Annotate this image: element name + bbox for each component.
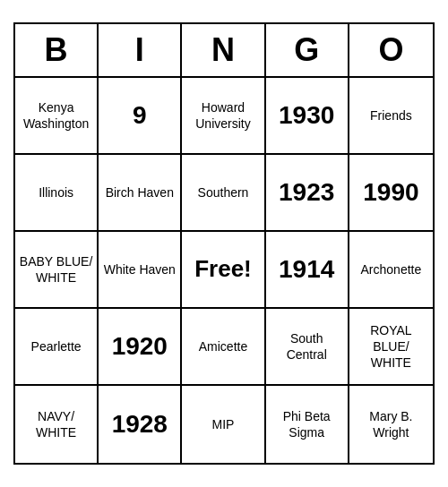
header-letter-i: I	[99, 24, 182, 76]
bingo-cell-12: Free!	[182, 232, 265, 309]
bingo-cell-21: 1928	[99, 386, 182, 463]
bingo-cell-23: Phi Beta Sigma	[266, 386, 349, 463]
bingo-cell-16: 1920	[99, 309, 182, 386]
bingo-cell-6: Birch Haven	[99, 155, 182, 232]
bingo-card: BINGO Kenya Washington9Howard University…	[13, 22, 435, 465]
bingo-cell-13: 1914	[266, 232, 349, 309]
header-letter-g: G	[266, 24, 349, 76]
bingo-cell-5: Illinois	[15, 155, 99, 232]
bingo-grid: Kenya Washington9Howard University1930Fr…	[15, 78, 433, 463]
bingo-cell-19: ROYAL BLUE/ WHITE	[349, 309, 433, 386]
header-letter-b: B	[15, 24, 99, 76]
bingo-cell-2: Howard University	[182, 78, 265, 155]
bingo-cell-14: Archonette	[349, 232, 433, 309]
header-letter-o: O	[349, 24, 433, 76]
bingo-cell-9: 1990	[349, 155, 433, 232]
bingo-cell-24: Mary B. Wright	[349, 386, 433, 463]
bingo-cell-18: South Central	[266, 309, 349, 386]
header-letter-n: N	[182, 24, 265, 76]
bingo-cell-22: MIP	[182, 386, 265, 463]
bingo-cell-11: White Haven	[99, 232, 182, 309]
bingo-cell-1: 9	[99, 78, 182, 155]
bingo-cell-8: 1923	[266, 155, 349, 232]
bingo-cell-17: Amicette	[182, 309, 265, 386]
bingo-cell-4: Friends	[349, 78, 433, 155]
bingo-cell-7: Southern	[182, 155, 265, 232]
bingo-cell-20: NAVY/ WHITE	[15, 386, 99, 463]
bingo-cell-15: Pearlette	[15, 309, 99, 386]
bingo-header: BINGO	[15, 24, 433, 78]
bingo-cell-3: 1930	[266, 78, 349, 155]
bingo-cell-10: BABY BLUE/ WHITE	[15, 232, 99, 309]
bingo-cell-0: Kenya Washington	[15, 78, 99, 155]
